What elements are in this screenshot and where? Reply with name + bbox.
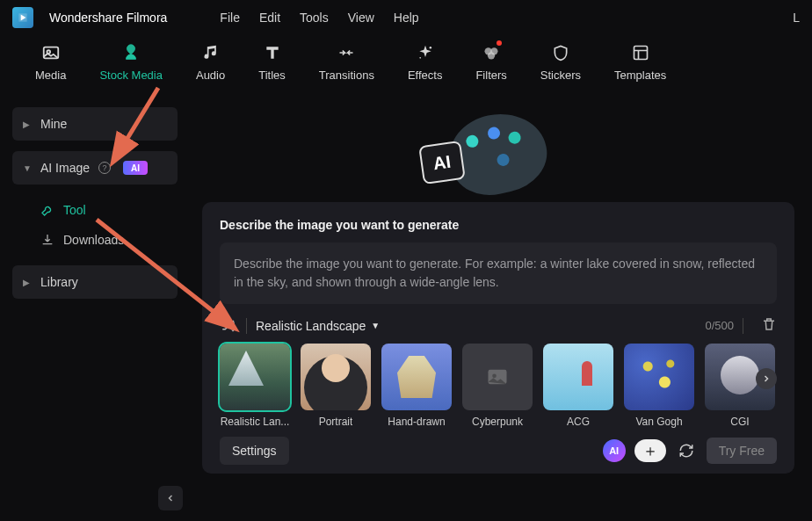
transitions-icon — [336, 42, 357, 63]
svg-point-9 — [492, 374, 497, 379]
bottom-bar: Settings AI ＋ Try Free — [220, 437, 777, 465]
sidebar-item-mine[interactable]: ▶ Mine — [12, 107, 178, 141]
style-card[interactable]: Realistic Lan... — [220, 344, 290, 428]
tab-effects[interactable]: Effects — [408, 42, 443, 82]
menubar-right: L — [793, 11, 800, 25]
tab-label: Effects — [408, 69, 443, 82]
style-thumb — [543, 344, 613, 410]
style-card-label: Cyberpunk — [472, 416, 523, 428]
app-title: Wondershare Filmora — [49, 11, 167, 25]
style-card-label: Realistic Lan... — [221, 416, 290, 428]
svg-rect-7 — [634, 47, 647, 60]
menu-edit[interactable]: Edit — [257, 7, 282, 28]
tab-label: Audio — [196, 69, 225, 82]
styles-next-button[interactable] — [756, 368, 777, 389]
sidebar-item-label: Downloads — [63, 233, 124, 247]
tab-label: Media — [35, 69, 66, 82]
style-thumb — [301, 344, 371, 410]
tab-titles[interactable]: Titles — [258, 42, 286, 82]
separator — [246, 318, 247, 334]
menu-tools[interactable]: Tools — [298, 7, 330, 28]
titles-icon — [262, 42, 283, 63]
tab-label: Transitions — [319, 69, 374, 82]
style-card[interactable]: Portrait — [301, 344, 371, 428]
tab-transitions[interactable]: Transitions — [319, 42, 374, 82]
sidebar-sub-downloads[interactable]: Downloads — [12, 225, 178, 255]
templates-icon — [630, 42, 651, 63]
collapse-sidebar-button[interactable] — [158, 486, 183, 510]
sidebar-sub-tool[interactable]: Tool — [12, 195, 178, 225]
sidebar-item-label: AI Image — [40, 161, 90, 175]
generate-card: Describe the image you want to generate … — [202, 202, 794, 474]
try-free-label: Try Free — [719, 444, 765, 458]
style-thumb — [624, 344, 694, 410]
toolbar: Media Stock Media Audio Titles Transitio… — [0, 35, 812, 97]
style-select[interactable]: Realistic Landscape ▼ — [256, 319, 380, 333]
style-card[interactable]: Cyberpunk — [462, 344, 533, 428]
style-card-label: Portrait — [319, 416, 353, 428]
stickers-icon — [550, 42, 571, 63]
tab-filters[interactable]: Filters — [475, 42, 506, 82]
style-thumb — [462, 344, 533, 410]
try-free-button[interactable]: Try Free — [707, 438, 777, 464]
help-icon[interactable]: ? — [98, 162, 111, 174]
style-card[interactable]: ACG — [543, 344, 613, 428]
ai-badge: AI — [123, 161, 148, 175]
separator — [743, 318, 743, 334]
refresh-icon[interactable] — [675, 439, 698, 462]
style-card-label: Van Gogh — [635, 416, 682, 428]
style-select-label: Realistic Landscape — [256, 319, 366, 333]
ai-credits-icon[interactable]: AI — [603, 439, 626, 462]
wrench-icon — [40, 203, 54, 217]
shuffle-icon[interactable] — [220, 317, 237, 335]
styles-list: Realistic Lan...PortraitHand-drawnCyberp… — [220, 344, 777, 428]
trash-icon[interactable] — [761, 316, 777, 335]
tab-stock-media[interactable]: Stock Media — [99, 42, 163, 82]
app-logo — [12, 7, 33, 28]
chevron-down-icon: ▼ — [23, 163, 32, 173]
menu-file[interactable]: File — [218, 7, 242, 28]
tab-media[interactable]: Media — [35, 42, 66, 82]
chevron-right-icon: ▶ — [23, 119, 32, 129]
style-row: Realistic Landscape ▼ 0/500 — [220, 316, 777, 335]
style-card-label: ACG — [567, 416, 590, 428]
svg-point-6 — [488, 52, 495, 59]
menu-help[interactable]: Help — [392, 7, 421, 28]
sidebar-item-label: Mine — [40, 117, 67, 131]
sidebar-item-library[interactable]: ▶ Library — [12, 265, 178, 299]
menu-view[interactable]: View — [346, 7, 376, 28]
add-button[interactable]: ＋ — [634, 439, 666, 462]
notification-dot — [497, 40, 502, 46]
style-card-label: Hand-drawn — [388, 416, 445, 428]
tab-label: Stock Media — [99, 69, 163, 82]
style-thumb — [381, 344, 452, 410]
sidebar: ▶ Mine ▼ AI Image ? AI Tool Downloads ▶ … — [0, 97, 190, 521]
tab-label: Stickers — [540, 69, 581, 82]
tab-label: Filters — [475, 69, 506, 82]
sidebar-item-ai-image[interactable]: ▼ AI Image ? AI — [12, 151, 178, 185]
settings-button[interactable]: Settings — [220, 437, 289, 465]
style-card[interactable]: Hand-drawn — [381, 344, 452, 428]
svg-point-2 — [429, 47, 431, 49]
download-icon — [40, 233, 54, 247]
style-thumb — [220, 344, 290, 410]
card-title: Describe the image you want to generate — [220, 218, 777, 232]
audio-icon — [200, 42, 221, 63]
tab-audio[interactable]: Audio — [196, 42, 225, 82]
sidebar-item-label: Library — [40, 275, 78, 289]
menubar: Wondershare Filmora File Edit Tools View… — [0, 0, 812, 35]
prompt-input[interactable]: Describe the image you want to generate.… — [220, 242, 777, 304]
hero-illustration: AI — [202, 105, 794, 202]
char-count: 0/500 — [705, 319, 734, 332]
main-panel: AI Describe the image you want to genera… — [190, 97, 812, 521]
ai-hero-badge: AI — [418, 141, 466, 185]
tab-templates[interactable]: Templates — [614, 42, 666, 82]
style-card[interactable]: Van Gogh — [624, 344, 694, 428]
effects-icon — [415, 42, 436, 63]
style-card-label: CGI — [730, 416, 749, 428]
stock-media-icon — [120, 42, 141, 63]
prompt-placeholder: Describe the image you want to generate.… — [234, 257, 755, 289]
tab-stickers[interactable]: Stickers — [540, 42, 581, 82]
chevron-right-icon: ▶ — [23, 278, 32, 287]
sidebar-item-label: Tool — [63, 203, 86, 217]
